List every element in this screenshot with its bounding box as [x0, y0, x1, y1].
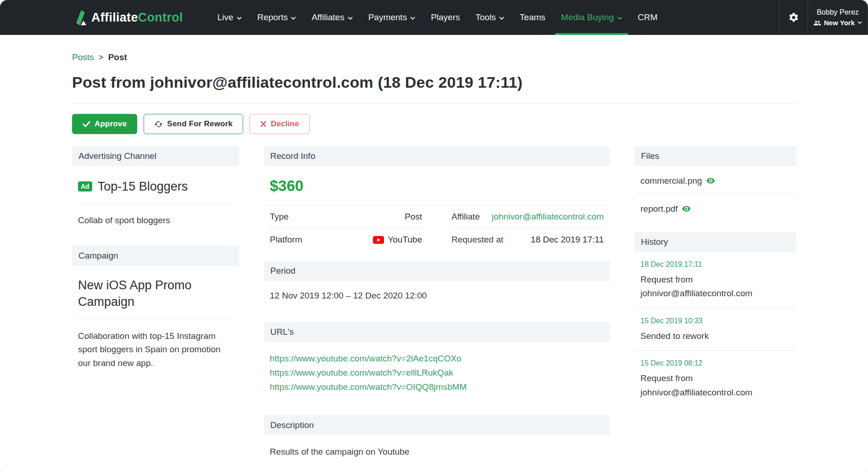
- eye-icon[interactable]: [706, 178, 715, 184]
- nav-item-label: Tools: [476, 12, 496, 23]
- breadcrumb: Posts > Post: [72, 52, 796, 62]
- campaign-name: New iOS App Promo Campaign: [78, 277, 233, 310]
- youtube-icon: [373, 236, 384, 244]
- page-content: Posts > Post Post from johnivor@affiliat…: [0, 35, 868, 473]
- breadcrumb-posts-link[interactable]: Posts: [72, 52, 94, 62]
- nav-item-media-buying[interactable]: Media Buying: [553, 0, 630, 35]
- sync-icon: [154, 120, 163, 129]
- record-info-grid: Type Post Platform YouT: [270, 205, 604, 251]
- description-value: Results of the campaign on Youtube: [270, 445, 604, 458]
- channel-description: Collab of sport bloggers: [78, 214, 233, 227]
- nav-item-payments[interactable]: Payments: [361, 0, 423, 35]
- period-value: 12 Nov 2019 12:00 – 12 Dec 2020 12:00: [270, 291, 604, 301]
- affiliate-row: Affiliate johnivor@affiliatecontrol.com: [451, 205, 604, 228]
- files-header: Files: [634, 146, 796, 166]
- history-header: History: [634, 232, 796, 252]
- affiliate-label: Affiliate: [451, 212, 480, 222]
- channel-name-row: Ad Top-15 Bloggers: [78, 178, 233, 195]
- nav-item-label: CRM: [638, 12, 657, 23]
- record-info-right-pair: Affiliate johnivor@affiliatecontrol.com …: [451, 205, 604, 251]
- page-title: Post from johnivor@affiliatecontrol.com …: [72, 73, 796, 91]
- chevron-down-icon: [617, 17, 622, 20]
- file-row: report.pdf: [634, 194, 796, 222]
- nav-item-label: Payments: [368, 12, 407, 23]
- history-section: History 18 Dec 2019 17:11 Request from j…: [634, 232, 796, 407]
- url-link[interactable]: https://www.youtube.com/watch?v=elllLRuk…: [270, 368, 453, 377]
- record-info-left-pair: Type Post Platform YouT: [270, 205, 422, 251]
- url-link[interactable]: https://www.youtube.com/watch?v=2lAe1cqC…: [270, 354, 462, 363]
- decline-label: Decline: [271, 119, 299, 129]
- nav-item-crm[interactable]: CRM: [630, 0, 665, 35]
- description-section: Description Results of the campaign on Y…: [264, 415, 610, 469]
- decline-button[interactable]: Decline: [250, 114, 310, 134]
- history-entry: 15 Dec 2019 10:33 Sended to rework: [634, 309, 796, 350]
- approve-button[interactable]: Approve: [72, 114, 137, 134]
- file-name[interactable]: report.pdf: [640, 204, 678, 214]
- history-date: 15 Dec 2019 10:33: [640, 317, 790, 325]
- nav-item-reports[interactable]: Reports: [250, 0, 304, 35]
- history-entry: 18 Dec 2019 17:11 Request from johnivor@…: [634, 252, 796, 308]
- campaign-section: Campaign New iOS App Promo Campaign Coll…: [72, 246, 239, 370]
- platform-label: Platform: [270, 235, 302, 245]
- divider: [78, 204, 233, 204]
- history-entry: 15 Dec 2019 08:12 Request from johnivor@…: [634, 351, 796, 407]
- send-for-rework-button[interactable]: Send For Rework: [144, 114, 243, 134]
- affiliate-email-link[interactable]: johnivor@affiliatecontrol.com: [492, 212, 604, 222]
- type-value: Post: [405, 212, 422, 222]
- nav-item-players[interactable]: Players: [423, 0, 467, 35]
- record-details: Record Info $360 Type Post Platform: [264, 146, 610, 473]
- urls-section: URL's https://www.youtube.com/watch?v=2l…: [264, 322, 610, 405]
- brand-icon: [72, 9, 87, 26]
- record-amount: $360: [270, 177, 604, 195]
- gear-icon: [788, 12, 799, 23]
- description-header: Description: [264, 415, 610, 435]
- eye-icon[interactable]: [682, 206, 691, 212]
- requested-at-value: 18 Dec 2019 17:11: [531, 235, 604, 245]
- nav-item-label: Reports: [257, 12, 288, 23]
- main-menu: Live Reports Affiliates Payments Players…: [210, 0, 665, 35]
- urls-header: URL's: [264, 322, 610, 342]
- campaign-header: Campaign: [72, 246, 239, 266]
- user-name: Bobby Perez: [817, 8, 859, 17]
- history-date: 15 Dec 2019 08:12: [640, 359, 790, 367]
- nav-right: Bobby Perez New York: [779, 0, 868, 35]
- nav-item-label: Affiliates: [312, 12, 344, 23]
- nav-item-live[interactable]: Live: [210, 0, 250, 35]
- columns: Advertising Channel Ad Top-15 Bloggers C…: [72, 146, 796, 473]
- app-window: AffiliateControl Live Reports Affiliates…: [0, 0, 868, 473]
- nav-item-tools[interactable]: Tools: [468, 0, 512, 35]
- url-list: https://www.youtube.com/watch?v=2lAe1cqC…: [270, 352, 604, 394]
- url-link[interactable]: https://www.youtube.com/watch?v=OIQQ8jms…: [270, 382, 467, 392]
- user-location-label: New York: [824, 19, 855, 27]
- period-section: Period 12 Nov 2019 12:00 – 12 Dec 2020 1…: [264, 261, 610, 312]
- breadcrumb-current: Post: [108, 52, 127, 62]
- requested-at-row: Requested at 18 Dec 2019 17:11: [451, 228, 604, 251]
- rework-label: Send For Rework: [167, 119, 233, 129]
- users-icon: [813, 20, 821, 26]
- brand-name: AffiliateControl: [91, 11, 183, 25]
- approve-label: Approve: [95, 119, 127, 129]
- check-icon: [83, 121, 90, 127]
- channel-name: Top-15 Bloggers: [98, 178, 188, 195]
- record-info-header: Record Info: [264, 146, 610, 166]
- nav-item-label: Live: [217, 12, 234, 23]
- top-nav: AffiliateControl Live Reports Affiliates…: [0, 0, 868, 35]
- right-sidebar: Files commercial.png report.pdf: [634, 146, 796, 407]
- url-item: https://www.youtube.com/watch?v=OIQQ8jms…: [270, 380, 604, 394]
- file-row: commercial.png: [634, 166, 796, 194]
- requested-at-label: Requested at: [451, 235, 503, 245]
- brand-logo[interactable]: AffiliateControl: [72, 0, 183, 35]
- history-date: 18 Dec 2019 17:11: [640, 260, 790, 269]
- ad-badge: Ad: [78, 181, 92, 191]
- chevron-down-icon: [499, 17, 504, 20]
- type-label: Type: [270, 212, 289, 222]
- nav-item-label: Media Buying: [561, 12, 614, 23]
- nav-item-affiliates[interactable]: Affiliates: [304, 0, 360, 35]
- chevron-down-icon: [857, 21, 862, 24]
- file-name[interactable]: commercial.png: [640, 176, 702, 186]
- breadcrumb-separator: >: [99, 52, 104, 62]
- left-sidebar: Advertising Channel Ad Top-15 Bloggers C…: [72, 146, 239, 370]
- user-menu[interactable]: Bobby Perez New York: [807, 0, 868, 35]
- nav-item-teams[interactable]: Teams: [512, 0, 553, 35]
- settings-button[interactable]: [779, 0, 807, 35]
